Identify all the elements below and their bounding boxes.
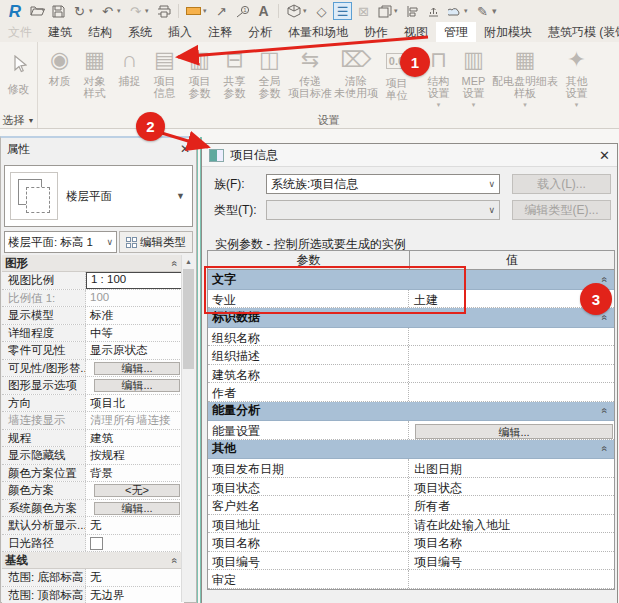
property-value[interactable]: 清理所有墙连接 xyxy=(86,412,184,429)
property-value[interactable]: 1 : 100 xyxy=(86,272,184,289)
load-button[interactable]: 载入(L)... xyxy=(512,174,611,194)
default-3d-view-icon[interactable] xyxy=(284,2,303,20)
switch-windows-dropdown[interactable]: ▾ xyxy=(394,7,401,15)
open-file-icon[interactable] xyxy=(28,2,47,20)
customize-toolbar-icon[interactable]: ▾ xyxy=(492,6,499,16)
save-icon[interactable] xyxy=(49,2,68,20)
section-header[interactable]: 基线« xyxy=(2,552,184,569)
group-header[interactable]: 能量分析« xyxy=(208,402,614,422)
property-value[interactable]: 无 xyxy=(86,517,184,534)
parameter-value[interactable]: 出图日期 xyxy=(409,459,614,477)
tab-11[interactable]: 附加模块 xyxy=(476,22,540,42)
sync-dropdown[interactable]: ▾ xyxy=(89,7,96,15)
additional-settings-button[interactable]: ✦其他设置▾ xyxy=(559,44,594,112)
group-header[interactable]: 文字« xyxy=(208,270,614,290)
undo-icon[interactable]: ↶ xyxy=(98,2,117,20)
tab-file[interactable]: 文件 xyxy=(0,22,40,42)
type-selector[interactable]: 楼层平面 ▼ xyxy=(4,165,193,227)
section-icon[interactable]: ◇ xyxy=(312,2,331,20)
tab-8[interactable]: 协作 xyxy=(356,22,396,42)
dialog-titlebar[interactable]: 项目信息 ✕ xyxy=(202,144,617,167)
parameter-value[interactable]: 请在此处输入地址 xyxy=(409,515,614,533)
edit-button[interactable]: 编辑... xyxy=(94,379,180,392)
tab-4[interactable]: 插入 xyxy=(160,22,200,42)
tab-9[interactable]: 视图 xyxy=(396,22,436,42)
parameter-value[interactable]: 所有者 xyxy=(409,496,614,514)
dialog-close-icon[interactable]: ✕ xyxy=(599,148,610,163)
modify-cursor-icon[interactable] xyxy=(11,42,27,82)
transfer-project-standards-button[interactable]: ⇆传递项目标准 xyxy=(287,44,333,100)
close-hidden-windows-icon[interactable]: ⊠ xyxy=(354,2,373,20)
revision-cloud-icon[interactable] xyxy=(445,2,464,20)
section-header[interactable]: 图形« xyxy=(2,255,184,272)
property-value[interactable]: 标准 xyxy=(86,307,184,324)
revit-logo-icon[interactable]: R xyxy=(4,2,26,20)
properties-close-icon[interactable]: ✕ xyxy=(180,142,190,156)
property-value[interactable]: 按规程 xyxy=(86,447,184,464)
edit-button[interactable]: <无> xyxy=(94,484,180,497)
property-value[interactable]: 项目北 xyxy=(86,395,184,412)
edit-type-button[interactable]: 编辑类型 xyxy=(119,231,193,253)
tab-10[interactable]: 管理 xyxy=(436,22,476,42)
measure-dropdown[interactable]: ▾ xyxy=(203,7,210,15)
3d-view-dropdown[interactable]: ▾ xyxy=(303,7,310,15)
edit-button[interactable]: 编辑... xyxy=(94,502,180,515)
property-value[interactable]: 建筑 xyxy=(86,430,184,447)
tab-2[interactable]: 结构 xyxy=(80,22,120,42)
aligned-dimension-icon[interactable]: ↗ xyxy=(212,2,231,20)
parameter-value[interactable] xyxy=(409,328,614,346)
edit-pencil-icon[interactable]: ✎ xyxy=(473,2,492,20)
parameter-value[interactable]: 编辑... xyxy=(409,421,614,439)
family-combo[interactable]: 系统族:项目信息∨ xyxy=(266,174,500,194)
parameter-value[interactable] xyxy=(409,383,614,401)
parameter-value[interactable] xyxy=(409,570,614,588)
purge-unused-button[interactable]: ⌦清除未使用项 xyxy=(333,44,379,100)
group-header[interactable]: 其他« xyxy=(208,440,614,460)
tab-3[interactable]: 系统 xyxy=(120,22,160,42)
parameter-value[interactable] xyxy=(409,346,614,364)
switch-windows-icon[interactable] xyxy=(375,2,394,20)
scrollbar-thumb[interactable] xyxy=(183,269,194,369)
property-value[interactable]: 无边界 xyxy=(86,587,184,603)
edit-button[interactable]: 编辑... xyxy=(94,362,180,375)
group-header[interactable]: 标识数据« xyxy=(208,308,614,328)
material-button[interactable]: ◉材质 xyxy=(42,44,77,88)
thin-lines-icon[interactable]: ☰ xyxy=(333,2,352,20)
panel-schedule-templates-button[interactable]: ▦配电盘明细表样板▾ xyxy=(491,44,559,112)
edit-type-button[interactable]: 编辑类型(E)... xyxy=(512,200,611,220)
move-icon[interactable] xyxy=(424,2,443,20)
parameter-value[interactable]: 项目名称 xyxy=(409,533,614,551)
instance-combo[interactable]: 楼层平面: 标高 1 ∨ xyxy=(4,231,117,253)
print-icon[interactable] xyxy=(154,2,173,20)
revision-cloud-dropdown[interactable]: ▾ xyxy=(464,7,471,15)
undo-dropdown[interactable]: ▾ xyxy=(117,7,124,15)
sync-with-central-icon[interactable]: ↻ xyxy=(70,2,89,20)
project-parameters-button[interactable]: ▥项目参数 xyxy=(182,44,217,100)
text-icon[interactable]: A xyxy=(254,2,273,20)
object-styles-button[interactable]: ▦对象样式 xyxy=(77,44,112,100)
property-value[interactable]: 背景 xyxy=(86,465,184,482)
type-selector-dropdown-icon[interactable]: ▼ xyxy=(176,191,192,201)
parameter-value[interactable]: 项目状态 xyxy=(409,478,614,496)
property-value[interactable] xyxy=(86,535,184,552)
global-parameters-button[interactable]: ◫全局参数 xyxy=(252,44,287,100)
select-dropdown[interactable]: 选择▼ xyxy=(0,112,37,128)
parameter-value[interactable] xyxy=(409,365,614,383)
property-value[interactable]: 无 xyxy=(86,569,184,586)
parameter-value[interactable]: 项目编号 xyxy=(409,552,614,570)
property-value[interactable]: 100 xyxy=(86,290,184,307)
scroll-up-icon[interactable]: ▲ xyxy=(182,255,195,268)
tab-12[interactable]: 慧筑巧模 (装饰) xyxy=(540,22,619,42)
property-value[interactable]: 中等 xyxy=(86,325,184,342)
tab-7[interactable]: 体量和场地 xyxy=(280,22,356,42)
shared-parameters-button[interactable]: ⊟共享参数 xyxy=(217,44,252,100)
redo-dropdown[interactable]: ▾ xyxy=(145,7,152,15)
redo-icon[interactable]: ↷ xyxy=(126,2,145,20)
property-value[interactable]: 编辑... xyxy=(86,360,184,377)
property-value[interactable]: 编辑... xyxy=(86,377,184,394)
measure-icon[interactable] xyxy=(184,2,203,20)
properties-scrollbar[interactable]: ▲ xyxy=(181,255,195,602)
tag-by-category-icon[interactable]: 1 xyxy=(233,2,252,20)
tab-1[interactable]: 建筑 xyxy=(40,22,80,42)
edit-button[interactable]: 编辑... xyxy=(415,424,613,439)
